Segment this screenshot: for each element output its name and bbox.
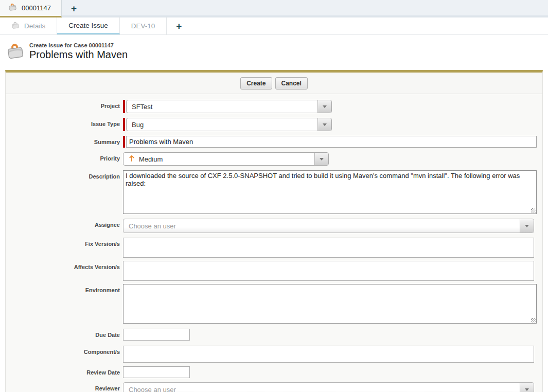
workspace-tab-label: 00001147 (22, 4, 51, 12)
workspace-tab-case[interactable]: 00001147 (0, 0, 62, 17)
subtab-label: Details (24, 22, 45, 30)
plus-icon: + (71, 3, 77, 14)
subtab-label: DEV-10 (131, 22, 155, 30)
components-input[interactable] (123, 346, 534, 363)
issue-type-label: Issue Type (6, 118, 120, 127)
affects-versions-label: Affects Version/s (6, 261, 120, 270)
priority-value: Medium (139, 155, 163, 163)
project-value: SFTest (127, 100, 317, 113)
dropdown-arrow-icon[interactable] (520, 219, 534, 233)
assignee-label: Assignee (6, 219, 120, 228)
create-button[interactable]: Create (240, 77, 272, 90)
environment-label: Environment (6, 284, 120, 293)
case-icon (8, 3, 17, 13)
project-label: Project (6, 100, 120, 109)
priority-row: Priority Medium (6, 152, 542, 166)
project-row: Project SFTest (6, 100, 542, 113)
summary-input[interactable] (126, 136, 537, 148)
subtab-create-issue[interactable]: Create Issue (57, 17, 120, 34)
create-issue-form: Project SFTest Issue Type Bug Su (6, 94, 542, 392)
workspace-tab-bar: 00001147 + (0, 0, 548, 17)
affects-versions-row: Affects Version/s (6, 261, 542, 281)
affects-versions-input[interactable] (123, 261, 534, 281)
dropdown-arrow-icon[interactable] (520, 383, 534, 392)
page-header: Create Issue for Case 00001147 Problems … (0, 35, 548, 67)
priority-label: Priority (6, 152, 120, 162)
page-title: Problems with Maven (29, 49, 128, 61)
due-date-row: Due Date (6, 329, 542, 341)
description-label: Description (6, 170, 120, 180)
components-label: Component/s (6, 346, 120, 355)
summary-row: Summary (6, 136, 542, 148)
assignee-select[interactable]: Choose an user (123, 219, 534, 233)
description-row: Description I downloaded the source of C… (6, 170, 542, 214)
header-context: Create Issue for Case 00001147 (29, 42, 128, 48)
dropdown-arrow-icon[interactable] (314, 153, 328, 165)
case-icon (6, 42, 25, 67)
due-date-input[interactable] (123, 329, 190, 341)
reviewer-placeholder: Choose an user (123, 383, 520, 392)
subtab-dev-10[interactable]: DEV-10 (120, 17, 167, 34)
environment-row: Environment (6, 284, 542, 324)
cancel-button[interactable]: Cancel (275, 77, 308, 90)
issue-type-select[interactable]: Bug (126, 118, 332, 131)
dropdown-arrow-icon[interactable] (317, 118, 331, 131)
description-textarea[interactable]: I downloaded the source of CXF 2.5.0-SNA… (123, 170, 537, 214)
review-date-row: Review Date (6, 366, 542, 378)
required-indicator (123, 136, 125, 148)
reviewer-label: Reviewer (6, 382, 120, 391)
subtab-bar: Details Create Issue DEV-10 + (0, 17, 548, 35)
resize-handle-icon[interactable] (531, 208, 536, 213)
fix-versions-row: Fix Version/s (6, 238, 542, 258)
case-icon (11, 21, 20, 31)
subtab-details[interactable]: Details (0, 17, 57, 34)
assignee-placeholder: Choose an user (123, 219, 520, 233)
plus-icon: + (176, 21, 182, 32)
create-issue-panel: Create Cancel Project SFTest Issue Type … (5, 70, 543, 392)
priority-medium-icon (129, 155, 135, 163)
review-date-label: Review Date (6, 366, 120, 376)
issue-type-value: Bug (127, 118, 317, 131)
assignee-row: Assignee Choose an user (6, 219, 542, 233)
components-row: Component/s (6, 346, 542, 363)
reviewer-row: Reviewer Choose an user (6, 382, 542, 392)
fix-versions-label: Fix Version/s (6, 238, 120, 247)
add-workspace-tab-button[interactable]: + (62, 0, 86, 17)
summary-label: Summary (6, 136, 120, 145)
required-indicator (123, 118, 125, 131)
subtab-label: Create Issue (68, 22, 108, 29)
review-date-input[interactable] (123, 366, 190, 378)
issue-type-row: Issue Type Bug (6, 118, 542, 131)
add-subtab-button[interactable]: + (167, 17, 191, 34)
required-indicator (123, 100, 125, 113)
fix-versions-input[interactable] (123, 238, 534, 258)
resize-handle-icon[interactable] (531, 318, 536, 323)
reviewer-select[interactable]: Choose an user (123, 382, 534, 392)
project-select[interactable]: SFTest (126, 100, 332, 113)
due-date-label: Due Date (6, 329, 120, 338)
environment-textarea[interactable] (123, 284, 537, 324)
dropdown-arrow-icon[interactable] (317, 100, 331, 113)
priority-select[interactable]: Medium (123, 152, 329, 166)
form-toolbar: Create Cancel (6, 73, 542, 94)
